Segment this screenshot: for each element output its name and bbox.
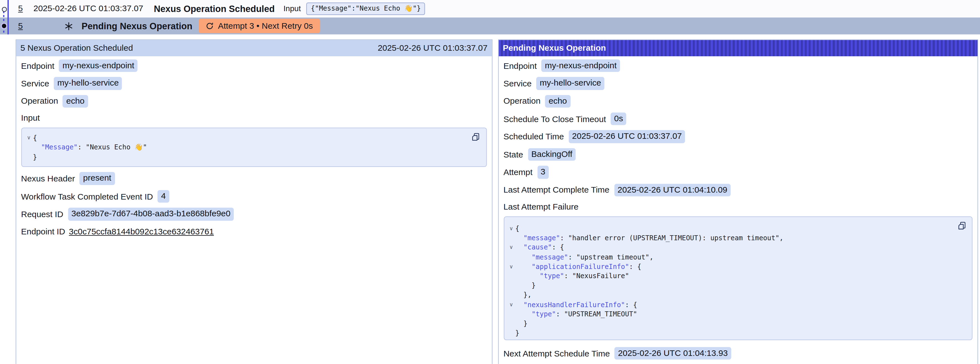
- event-title: Nexus Operation Scheduled: [154, 4, 275, 14]
- event-row-pending[interactable]: 5 Pending Nexus Operation Attempt 3 • Ne…: [0, 17, 980, 35]
- field-value-badge: echo: [545, 95, 570, 108]
- field-row-attempt: Attempt 3: [503, 166, 973, 179]
- code-line: }: [507, 319, 966, 328]
- field-label: Operation: [503, 96, 541, 106]
- field-row-state: State BackingOff: [503, 148, 973, 161]
- json-key: "message": [515, 234, 560, 242]
- field-label: Last Attempt Complete Time: [503, 185, 609, 195]
- field-row-service: Service my-hello-service: [503, 77, 973, 90]
- chevron-down-icon[interactable]: ∨: [507, 243, 515, 252]
- code-line: ∨ "nexusHandlerFailureInfo": {: [507, 300, 966, 310]
- retry-attempt-badge: Attempt 3 • Next Retry 0s: [199, 19, 320, 33]
- field-label: Schedule To Close Timeout: [503, 114, 606, 124]
- code-line: "type": "UPSTREAM_TIMEOUT": [507, 310, 966, 319]
- code-line: },: [507, 291, 966, 300]
- chevron-down-icon[interactable]: ∨: [507, 262, 515, 271]
- retry-attempt-text: Attempt 3 • Next Retry 0s: [218, 21, 313, 31]
- copy-icon[interactable]: [471, 133, 481, 143]
- field-row-service: Service my-hello-service: [21, 77, 487, 90]
- pending-title: Pending Nexus Operation: [82, 21, 192, 31]
- field-row-operation: Operation echo: [21, 95, 487, 108]
- chevron-down-icon[interactable]: ∨: [507, 300, 515, 310]
- json-text: : "NexusFailure": [564, 272, 629, 280]
- scheduled-panel-title: 5 Nexus Operation Scheduled: [20, 43, 133, 53]
- code-line: ∨ "applicationFailureInfo": {: [507, 262, 966, 271]
- timeline-rail-line: [7, 0, 9, 35]
- scheduled-panel-timestamp: 2025-02-26 UTC 01:03:37.07: [378, 43, 487, 53]
- field-value-badge: my-hello-service: [54, 77, 122, 90]
- field-label: Operation: [21, 96, 58, 106]
- field-row-endpoint: Endpoint my-nexus-endpoint: [503, 59, 973, 72]
- json-key: "cause": [515, 244, 552, 252]
- code-line: "message": "upstream timeout",: [507, 252, 966, 262]
- event-history-view: 5 2025-02-26 UTC 01:03:37.07 Nexus Opera…: [0, 0, 980, 364]
- code-line: ∨ {: [507, 224, 966, 233]
- json-text: {: [515, 225, 520, 233]
- field-row-endpoint: Endpoint my-nexus-endpoint: [21, 59, 487, 72]
- field-label: Service: [503, 79, 531, 88]
- input-section-label: Input: [21, 113, 487, 123]
- code-line: ∨ "cause": {: [507, 243, 966, 252]
- json-text: : "Nexus Echo 👋": [78, 144, 147, 152]
- json-text: : "upstream timeout",: [568, 253, 653, 261]
- event-timestamp: 2025-02-26 UTC 01:03:37.07: [33, 4, 143, 13]
- failure-code-block: ∨ { "message": "handler error (UPSTREAM_…: [503, 216, 973, 340]
- scheduled-panel-body: Endpoint my-nexus-endpoint Service my-he…: [16, 56, 492, 238]
- retry-circular-arrow-icon: [205, 22, 214, 30]
- json-text: }: [515, 281, 536, 290]
- code-line: }: [507, 281, 966, 291]
- scheduled-panel-header: 5 Nexus Operation Scheduled 2025-02-26 U…: [16, 40, 492, 56]
- json-text: }: [515, 319, 528, 327]
- field-label: Endpoint: [21, 61, 55, 70]
- field-value-badge: BackingOff: [528, 148, 576, 161]
- json-text: : "UPSTREAM_TIMEOUT": [556, 310, 637, 318]
- code-line: }: [507, 328, 966, 338]
- field-label: Scheduled Time: [503, 132, 564, 142]
- json-text: : {: [629, 263, 641, 271]
- field-label: Service: [21, 79, 49, 88]
- pending-panel-title: Pending Nexus Operation: [503, 43, 606, 53]
- pending-event-id-link[interactable]: 5: [18, 21, 23, 31]
- timeline-dashed-connector: [3, 11, 5, 35]
- scheduled-event-panel: 5 Nexus Operation Scheduled 2025-02-26 U…: [15, 39, 493, 364]
- field-row-wft-completed-id: Workflow Task Completed Event ID 4: [21, 190, 487, 203]
- json-key: "nexusHandlerFailureInfo": [515, 300, 625, 308]
- copy-icon[interactable]: [957, 221, 967, 231]
- json-text: },: [515, 291, 531, 299]
- field-row-operation: Operation echo: [503, 95, 973, 108]
- field-label: Request ID: [21, 209, 64, 219]
- field-label: Endpoint: [503, 61, 537, 70]
- code-line: ∨ {: [25, 133, 480, 143]
- json-key: "applicationFailureInfo": [515, 263, 629, 271]
- field-row-next-attempt: Next Attempt Schedule Time 2025-02-26 UT…: [503, 347, 973, 360]
- field-row-schedule-to-close: Schedule To Close Timeout 0s: [503, 113, 973, 125]
- field-row-last-attempt-complete: Last Attempt Complete Time 2025-02-26 UT…: [503, 184, 973, 196]
- pending-panel-body: Endpoint my-nexus-endpoint Service my-he…: [498, 56, 978, 360]
- field-value-badge: my-hello-service: [536, 77, 605, 90]
- field-row-scheduled-time: Scheduled Time 2025-02-26 UTC 01:03:37.0…: [503, 131, 973, 143]
- failure-section-label: Last Attempt Failure: [503, 201, 973, 212]
- chevron-down-icon[interactable]: ∨: [507, 224, 515, 233]
- field-label: Nexus Header: [21, 174, 75, 184]
- json-key: "type": [515, 272, 564, 280]
- field-value-badge: present: [80, 172, 115, 185]
- field-value-badge: echo: [63, 95, 88, 108]
- json-key: "type": [515, 310, 556, 318]
- pending-operation-panel: Pending Nexus Operation Endpoint my-nexu…: [498, 39, 978, 364]
- field-label: Attempt: [503, 168, 532, 177]
- input-code-block: ∨ { "Message": "Nexus Echo 👋" }: [21, 128, 487, 167]
- endpoint-id-link[interactable]: 3c0c75ccfa8144b092c13ce632463761: [69, 227, 214, 236]
- field-value-badge: 4: [158, 190, 169, 203]
- chevron-down-icon[interactable]: ∨: [25, 133, 33, 143]
- event-row-scheduled[interactable]: 5 2025-02-26 UTC 01:03:37.07 Nexus Opera…: [0, 0, 980, 17]
- field-row-request-id: Request ID 3e829b7e-7d67-4b08-aad3-b1e86…: [21, 208, 487, 220]
- event-input-label: Input: [283, 4, 301, 13]
- code-line: }: [25, 152, 480, 162]
- event-id-link[interactable]: 5: [18, 4, 23, 13]
- field-value-badge: 2025-02-26 UTC 01:03:37.07: [568, 131, 685, 143]
- field-row-nexus-header: Nexus Header present: [21, 172, 487, 185]
- code-line: "Message": "Nexus Echo 👋": [25, 143, 480, 152]
- event-input-preview-badge: {"Message":"Nexus Echo 👋"}: [306, 3, 425, 15]
- code-line: "type": "NexusFailure": [507, 271, 966, 281]
- field-row-endpoint-id: Endpoint ID 3c0c75ccfa8144b092c13ce63246…: [21, 225, 487, 238]
